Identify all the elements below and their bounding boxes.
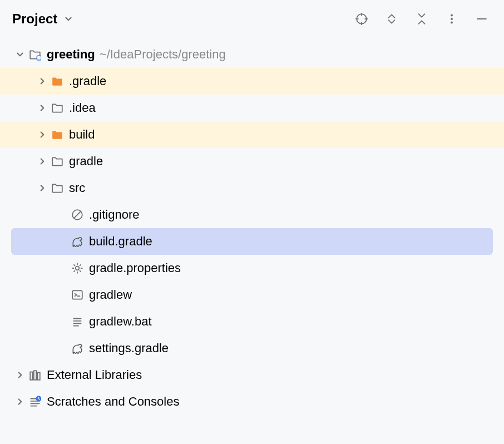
tree-node-label: settings.gradle bbox=[89, 341, 169, 356]
tree-node-root[interactable]: greeting ~/IdeaProjects/greeting bbox=[0, 41, 504, 68]
folder-icon bbox=[49, 129, 66, 141]
project-tree: greeting ~/IdeaProjects/greeting .gradle… bbox=[0, 38, 504, 415]
gear-icon bbox=[69, 262, 86, 274]
tree-node-path: ~/IdeaProjects/greeting bbox=[100, 47, 226, 62]
gradle-icon bbox=[69, 342, 86, 354]
tree-node-file[interactable]: settings.gradle bbox=[0, 335, 504, 362]
ignore-icon bbox=[69, 209, 86, 221]
tree-node-label: gradlew bbox=[89, 288, 132, 302]
chevron-down-icon[interactable] bbox=[64, 14, 73, 23]
tree-node-label: gradle.properties bbox=[89, 261, 181, 275]
chevron-right-icon[interactable] bbox=[36, 157, 49, 166]
tree-node-file[interactable]: gradle.properties bbox=[0, 255, 504, 282]
tree-node-file[interactable]: .gitignore bbox=[0, 201, 504, 228]
chevron-right-icon[interactable] bbox=[36, 103, 49, 112]
chevron-right-icon[interactable] bbox=[36, 130, 49, 139]
tree-node-file[interactable]: build.gradle bbox=[11, 228, 493, 255]
folder-icon bbox=[49, 75, 66, 87]
tree-node-folder[interactable]: src bbox=[0, 175, 504, 201]
tree-node-label: .gitignore bbox=[89, 208, 140, 222]
scratches-icon bbox=[27, 396, 43, 408]
tree-node-scratches[interactable]: Scratches and Consoles bbox=[0, 388, 504, 415]
tree-node-label: src bbox=[69, 181, 85, 195]
tree-node-label: External Libraries bbox=[47, 368, 142, 382]
hide-button[interactable] bbox=[471, 8, 493, 30]
project-panel-header: Project bbox=[0, 0, 504, 38]
tree-node-folder[interactable]: .idea bbox=[0, 95, 504, 121]
tree-node-folder[interactable]: build bbox=[0, 121, 504, 148]
select-opened-file-button[interactable] bbox=[350, 8, 373, 30]
text-file-icon bbox=[69, 315, 86, 328]
terminal-icon bbox=[69, 289, 86, 301]
tree-node-label: greeting bbox=[47, 47, 95, 62]
tree-node-label: Scratches and Consoles bbox=[47, 394, 179, 409]
more-options-button[interactable] bbox=[441, 8, 463, 30]
tree-node-label: build.gradle bbox=[89, 234, 152, 249]
library-icon bbox=[27, 369, 43, 381]
tree-node-folder[interactable]: .gradle bbox=[0, 68, 504, 95]
folder-icon bbox=[49, 102, 66, 114]
tree-node-label: build bbox=[69, 127, 95, 142]
tree-node-label: .idea bbox=[69, 101, 96, 115]
tree-node-external-libraries[interactable]: External Libraries bbox=[0, 362, 504, 388]
tree-node-file[interactable]: gradlew bbox=[0, 282, 504, 308]
folder-icon bbox=[49, 155, 66, 167]
chevron-down-icon[interactable] bbox=[13, 50, 27, 59]
chevron-right-icon[interactable] bbox=[36, 184, 49, 193]
chevron-right-icon[interactable] bbox=[36, 77, 49, 86]
project-tool-window: Project greeting ~/IdeaProjects/greeting… bbox=[0, 0, 504, 444]
tree-node-label: gradlew.bat bbox=[89, 314, 152, 329]
chevron-right-icon[interactable] bbox=[13, 371, 27, 379]
folder-icon bbox=[49, 182, 66, 194]
expand-all-button[interactable] bbox=[381, 8, 403, 30]
gradle-icon bbox=[69, 235, 86, 248]
tree-node-folder[interactable]: gradle bbox=[0, 148, 504, 175]
panel-title[interactable]: Project bbox=[12, 11, 57, 27]
chevron-right-icon[interactable] bbox=[13, 397, 27, 406]
tree-node-label: gradle bbox=[69, 154, 103, 169]
collapse-all-button[interactable] bbox=[411, 8, 433, 30]
tree-node-label: .gradle bbox=[69, 74, 106, 88]
tree-node-file[interactable]: gradlew.bat bbox=[0, 308, 504, 335]
module-icon bbox=[27, 48, 43, 61]
